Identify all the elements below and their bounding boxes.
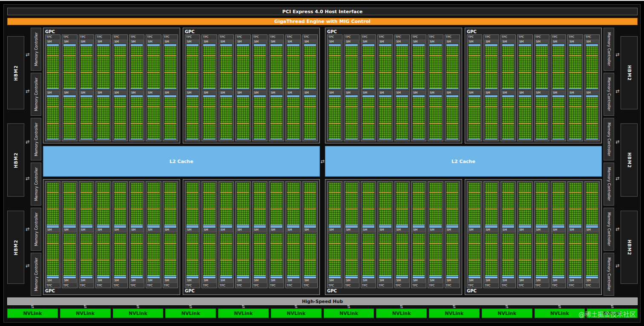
sm-l1-strip	[552, 226, 564, 228]
sm-block: SM	[412, 182, 426, 232]
tpc-block: TPCSMSM	[201, 34, 217, 141]
tpc-row: TPCSMSMTPCSMSMTPCSMSMTPCSMSMTPCSMSMTPCSM…	[45, 34, 178, 141]
tpc-block: TPCSMSM	[411, 181, 426, 288]
double-arrow-icon: ⇅	[242, 305, 245, 309]
sm-label: SM	[130, 228, 143, 232]
sm-l1-strip	[164, 95, 176, 97]
sm-label: SM	[287, 279, 299, 283]
tpc-label: TPC	[253, 284, 267, 287]
sm-l1-strip	[345, 44, 357, 46]
sm-core-grid	[519, 183, 531, 226]
tpc-block: TPCSMSM	[62, 34, 77, 141]
sm-l1-strip	[345, 226, 357, 228]
sm-block: SM	[113, 91, 127, 141]
tpc-label: TPC	[286, 35, 300, 39]
hbm2-label: HBM2	[14, 152, 18, 168]
sm-label: SM	[379, 228, 391, 232]
tpc-block: TPCSMSM	[129, 181, 144, 288]
sm-label: SM	[253, 279, 266, 283]
sm-block: SM	[484, 233, 498, 283]
memory-controller-label: Memory Controller	[34, 123, 38, 156]
sm-l1-strip	[536, 226, 548, 228]
sm-core-grid	[164, 97, 176, 140]
tpc-label: TPC	[428, 35, 442, 39]
tpc-label: TPC	[63, 284, 76, 287]
tpc-block: TPCSMSM	[534, 34, 549, 141]
sm-core-grid	[80, 234, 92, 277]
sm-core-grid	[304, 183, 316, 226]
tpc-block: TPCSMSM	[584, 34, 600, 141]
sm-block: SM	[535, 40, 549, 90]
sm-label: SM	[328, 279, 341, 283]
sm-l1-strip	[586, 277, 598, 278]
sm-block: SM	[468, 233, 481, 283]
sm-label: SM	[396, 91, 408, 95]
sm-label: SM	[328, 40, 341, 44]
sm-block: SM	[270, 40, 283, 90]
tpc-label: TPC	[362, 35, 375, 39]
sm-block: SM	[236, 182, 250, 232]
sm-l1-strip	[329, 95, 341, 97]
sm-label: SM	[485, 228, 497, 232]
sm-l1-strip	[63, 277, 75, 278]
sm-label: SM	[186, 228, 199, 232]
double-arrow-icon: ⇅	[400, 305, 403, 309]
tpc-label: TPC	[446, 35, 459, 39]
sm-l1-strip	[485, 277, 497, 278]
sm-l1-strip	[519, 44, 531, 46]
sm-block: SM	[428, 182, 442, 232]
sm-core-grid	[63, 234, 75, 277]
sm-label: SM	[552, 91, 565, 95]
tpc-label: TPC	[484, 284, 498, 287]
l2-cache-label: L2 Cache	[170, 159, 193, 164]
gpc-label: GPC	[327, 29, 460, 34]
double-arrow-icon: ⇅	[136, 305, 140, 309]
sm-core-grid	[329, 183, 341, 226]
tpc-label: TPC	[236, 284, 250, 287]
sm-core-grid	[586, 46, 598, 89]
sm-label: SM	[429, 40, 442, 44]
sm-label: SM	[97, 91, 109, 95]
sm-label: SM	[412, 40, 425, 44]
sm-block: SM	[501, 182, 515, 232]
sm-label: SM	[485, 279, 497, 283]
sm-block: SM	[253, 233, 267, 283]
tpc-label: TPC	[362, 284, 375, 287]
sm-block: SM	[130, 40, 144, 90]
sm-label: SM	[270, 279, 283, 283]
gpc-label: GPC	[45, 288, 178, 294]
sm-label: SM	[186, 91, 199, 95]
tpc-label: TPC	[328, 284, 342, 287]
memory-controller-label: Memory Controller	[34, 32, 38, 66]
tpc-block: TPCSMSM	[45, 34, 60, 141]
sm-core-grid	[429, 183, 441, 226]
sm-core-grid	[131, 234, 143, 277]
sm-l1-strip	[187, 277, 198, 278]
sm-label: SM	[396, 228, 408, 232]
sm-l1-strip	[569, 95, 581, 97]
sm-block: SM	[535, 182, 549, 232]
nvlink-arrow-cell: ⇅	[165, 305, 216, 309]
tpc-label: TPC	[568, 284, 582, 287]
sm-label: SM	[203, 279, 216, 283]
tpc-label: TPC	[501, 35, 515, 39]
sm-l1-strip	[536, 95, 548, 97]
l2-cache-block-left: L2 Cache	[43, 146, 320, 177]
sm-core-grid	[47, 97, 59, 140]
sm-core-grid	[396, 46, 408, 89]
tpc-label: TPC	[219, 284, 233, 287]
tpc-label: TPC	[63, 35, 76, 39]
sm-l1-strip	[254, 44, 266, 46]
tpc-row: TPCSMSMTPCSMSMTPCSMSMTPCSMSMTPCSMSMTPCSM…	[467, 181, 600, 288]
double-arrow-icon: ⇄	[26, 89, 29, 94]
sm-core-grid	[536, 234, 548, 277]
memory-controller-strip: Memory Controller	[604, 253, 614, 296]
sm-block: SM	[96, 91, 110, 141]
sm-l1-strip	[97, 226, 109, 228]
sm-block: SM	[568, 233, 582, 283]
sm-l1-strip	[270, 277, 282, 278]
memory-controller-strip: Memory Controller	[604, 28, 614, 71]
tpc-block: TPCSMSM	[445, 34, 460, 141]
sm-core-grid	[97, 46, 109, 89]
memory-controller-label: Memory Controller	[607, 212, 611, 246]
